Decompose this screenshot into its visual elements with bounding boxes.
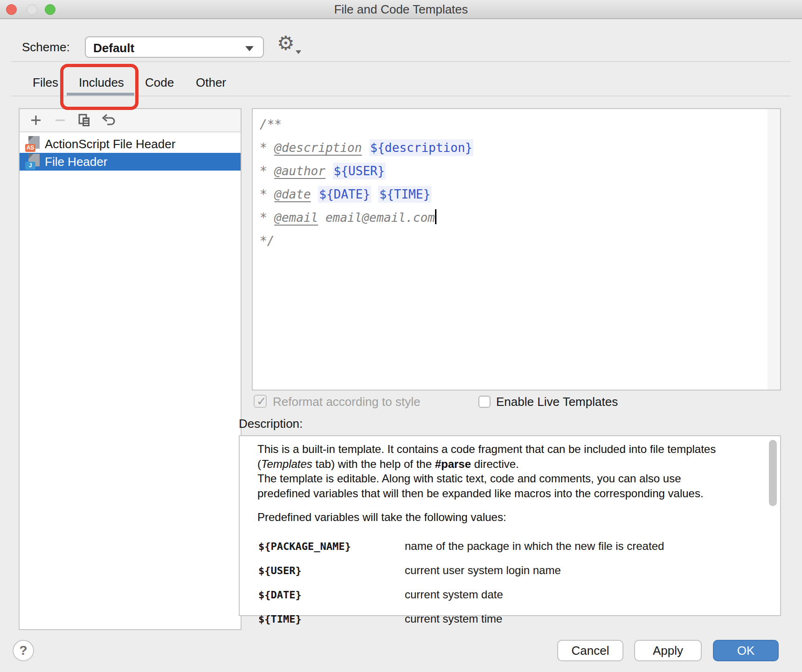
description-text: This is a built-in template. It contains… xyxy=(257,442,758,525)
code-segment xyxy=(371,187,379,201)
code-segment: ${TIME} xyxy=(378,186,431,203)
code-line: * @author ${USER} xyxy=(260,159,766,183)
variable-name: ${TIME} xyxy=(258,613,405,625)
template-list-panel: ASActionScript File HeaderJFile Header xyxy=(19,108,242,630)
file-template-icon: AS xyxy=(25,136,40,152)
description-scrollbar-thumb[interactable] xyxy=(769,440,777,506)
code-line: */ xyxy=(260,229,766,253)
list-item[interactable]: ASActionScript File Header xyxy=(20,135,241,153)
red-annotation-box xyxy=(60,64,138,110)
reformat-checkbox: ✓ xyxy=(254,395,267,408)
editor-scrollbar-track[interactable] xyxy=(767,109,780,390)
variable-name: ${USER} xyxy=(258,565,405,576)
code-segment xyxy=(311,187,318,201)
variable-name: ${PACKAGE_NAME} xyxy=(258,541,405,552)
code-segment: @email xyxy=(274,211,318,225)
code-segment: * xyxy=(260,211,274,225)
description-segment: Predefined variables will take the follo… xyxy=(257,511,506,523)
code-segment xyxy=(362,141,369,155)
file-template-icon: J xyxy=(25,154,40,170)
code-segment: ${description} xyxy=(369,139,473,156)
scheme-dropdown-value: Default xyxy=(93,41,134,55)
variable-row: ${DATE}current system date xyxy=(258,588,758,601)
list-item[interactable]: JFile Header xyxy=(20,153,241,171)
code-line: /** xyxy=(260,113,766,136)
gear-dropdown-caret-icon xyxy=(296,50,301,54)
predefined-variables-table: ${PACKAGE_NAME}name of the package in wh… xyxy=(258,528,758,625)
description-segment: Templates xyxy=(261,458,312,470)
code-segment: */ xyxy=(260,234,274,248)
gear-icon[interactable]: ⚙ xyxy=(277,34,295,53)
text-cursor xyxy=(435,209,436,224)
cancel-button[interactable]: Cancel xyxy=(557,640,623,661)
remove-template-button[interactable] xyxy=(52,112,68,128)
enable-live-templates-checkbox[interactable] xyxy=(478,396,491,408)
code-line: * @email email@email.com xyxy=(260,206,766,229)
editor-options-row: ✓ Reformat according to style Enable Liv… xyxy=(0,395,802,411)
variable-description: current system time xyxy=(405,612,502,625)
ok-button[interactable]: OK xyxy=(713,640,779,661)
code-segment: ${DATE} xyxy=(318,186,371,203)
description-segment: tab) with the help of the xyxy=(312,458,435,470)
description-line: Predefined variables will take the follo… xyxy=(257,510,758,525)
help-button[interactable]: ? xyxy=(13,640,34,661)
variable-description: name of the package in which the new fil… xyxy=(405,540,664,553)
checkmark-icon: ✓ xyxy=(256,394,267,409)
list-item-label: File Header xyxy=(45,155,107,169)
description-segment: #parse xyxy=(435,458,471,470)
tab-other[interactable]: Other xyxy=(196,75,226,90)
separator-above-tabs xyxy=(11,61,791,62)
tab-code[interactable]: Code xyxy=(145,75,174,90)
description-segment: predefined variables that will then be e… xyxy=(257,487,704,500)
list-item-label: ActionScript File Header xyxy=(45,137,175,151)
code-line: * @date ${DATE} ${TIME} xyxy=(260,183,766,206)
code-segment: @author xyxy=(274,164,325,178)
variable-row: ${USER}current user system login name xyxy=(258,564,758,577)
code-segment: ${USER} xyxy=(333,163,386,179)
description-label: Description: xyxy=(239,417,303,431)
description-segment: This is a built-in template. It contains… xyxy=(257,443,716,455)
template-code[interactable]: /*** @description ${description}* @autho… xyxy=(260,113,766,253)
tab-files[interactable]: Files xyxy=(33,75,58,90)
template-list: ASActionScript File HeaderJFile Header xyxy=(20,135,241,171)
reformat-checkbox-label: Reformat according to style xyxy=(273,395,420,409)
code-segment: @date xyxy=(274,187,311,201)
code-segment xyxy=(325,164,333,178)
code-segment: * xyxy=(260,187,274,201)
description-line: The template is editable. Along with sta… xyxy=(257,471,758,486)
code-segment: /** xyxy=(260,117,282,131)
description-box: This is a built-in template. It contains… xyxy=(239,435,781,616)
description-segment: directive. xyxy=(471,458,519,470)
apply-button[interactable]: Apply xyxy=(634,640,702,661)
variable-description: current user system login name xyxy=(405,564,561,577)
variable-name: ${DATE} xyxy=(258,589,405,601)
description-segment: ( xyxy=(257,458,261,470)
description-line: This is a built-in template. It contains… xyxy=(257,442,758,457)
code-line: * @description ${description} xyxy=(260,136,766,159)
revert-template-button[interactable] xyxy=(101,112,117,128)
scheme-dropdown[interactable]: Default xyxy=(85,36,264,58)
code-segment: * xyxy=(260,141,274,155)
window-title: File and Code Templates xyxy=(0,0,802,19)
code-segment: * xyxy=(260,164,274,178)
enable-live-templates-label: Enable Live Templates xyxy=(496,395,618,409)
title-bar: File and Code Templates xyxy=(0,0,802,19)
copy-template-button[interactable] xyxy=(76,112,92,128)
code-segment: @description xyxy=(274,141,362,155)
add-template-button[interactable] xyxy=(28,112,44,128)
variable-row: ${TIME}current system time xyxy=(258,612,758,625)
template-editor[interactable]: /*** @description ${description}* @autho… xyxy=(252,108,781,391)
description-line: predefined variables that will then be e… xyxy=(257,486,758,501)
variable-row: ${PACKAGE_NAME}name of the package in wh… xyxy=(258,540,758,553)
chevron-down-icon xyxy=(245,46,254,51)
scheme-label: Scheme: xyxy=(22,40,70,55)
list-toolbar xyxy=(20,109,241,132)
code-segment: email@email.com xyxy=(318,211,435,225)
description-segment: The template is editable. Along with sta… xyxy=(257,472,681,485)
variable-description: current system date xyxy=(405,588,503,601)
description-line: (Templates tab) with the help of the #pa… xyxy=(257,457,758,472)
